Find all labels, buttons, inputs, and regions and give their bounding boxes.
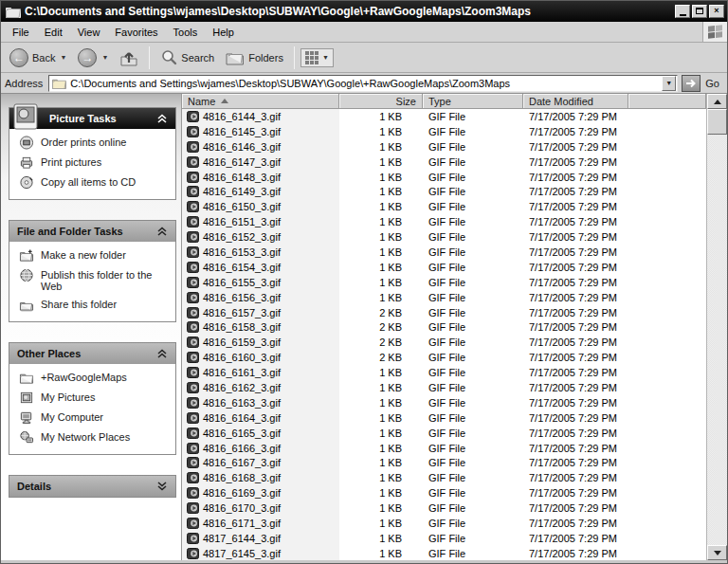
task-pane: Picture Tasks Order prints online Print … bbox=[1, 94, 182, 560]
file-row-blank bbox=[628, 441, 706, 456]
file-date-modified: 7/17/2005 7:29 PM bbox=[523, 410, 628, 426]
place-rawgooglemaps[interactable]: +RawGoogleMaps bbox=[19, 372, 170, 385]
other-places-header[interactable]: Other Places bbox=[9, 343, 175, 364]
task-share-folder[interactable]: Share this folder bbox=[19, 299, 170, 312]
place-my-network-places[interactable]: My Network Places bbox=[19, 431, 170, 445]
file-row[interactable]: 4816_6155_3.gif 1 KB GIF File 7/17/2005 … bbox=[182, 275, 706, 290]
up-button[interactable] bbox=[115, 46, 143, 69]
file-row[interactable]: 4816_6168_3.gif 1 KB GIF File 7/17/2005 … bbox=[182, 470, 706, 485]
vertical-scrollbar[interactable] bbox=[706, 94, 727, 560]
file-name: 4816_6144_3.gif bbox=[203, 111, 281, 122]
scroll-down-button[interactable] bbox=[707, 545, 727, 560]
file-row[interactable]: 4817_6144_3.gif 1 KB GIF File 7/17/2005 … bbox=[182, 531, 706, 546]
scrollbar-thumb[interactable] bbox=[707, 109, 727, 135]
minimize-button[interactable] bbox=[675, 5, 690, 18]
chevron-up-icon[interactable] bbox=[156, 349, 168, 358]
file-row[interactable]: 4816_6148_3.gif 1 KB GIF File 7/17/2005 … bbox=[182, 170, 706, 185]
other-places-title: Other Places bbox=[17, 348, 81, 359]
file-row[interactable]: 4816_6150_3.gif 1 KB GIF File 7/17/2005 … bbox=[182, 199, 706, 214]
file-row[interactable]: 4816_6144_3.gif 1 KB GIF File 7/17/2005 … bbox=[182, 109, 706, 124]
file-type: GIF File bbox=[423, 485, 523, 500]
file-size: 2 KB bbox=[339, 335, 423, 350]
folder-icon bbox=[19, 371, 34, 385]
column-header-date-modified[interactable]: Date Modified bbox=[523, 94, 628, 109]
file-row[interactable]: 4816_6146_3.gif 1 KB GIF File 7/17/2005 … bbox=[182, 139, 706, 155]
forward-button[interactable]: → ▼ bbox=[73, 46, 113, 69]
file-row-blank bbox=[628, 470, 706, 485]
file-row[interactable]: 4816_6164_3.gif 1 KB GIF File 7/17/2005 … bbox=[182, 410, 706, 426]
back-button[interactable]: ← Back ▼ bbox=[5, 46, 71, 69]
file-row[interactable]: 4816_6154_3.gif 1 KB GIF File 7/17/2005 … bbox=[182, 260, 706, 275]
chevron-up-icon[interactable] bbox=[156, 227, 168, 236]
folders-button[interactable]: Folders bbox=[221, 48, 288, 67]
file-row[interactable]: 4817_6145_3.gif 1 KB GIF File 7/17/2005 … bbox=[182, 546, 706, 560]
views-button[interactable]: ▼ bbox=[300, 48, 334, 67]
file-row[interactable]: 4816_6165_3.gif 1 KB GIF File 7/17/2005 … bbox=[182, 426, 706, 441]
file-row[interactable]: 4816_6156_3.gif 1 KB GIF File 7/17/2005 … bbox=[182, 290, 706, 305]
file-type: GIF File bbox=[423, 275, 523, 290]
column-header-type[interactable]: Type bbox=[423, 94, 523, 109]
column-header-size[interactable]: Size bbox=[339, 94, 423, 109]
task-order-prints[interactable]: Order prints online bbox=[19, 136, 170, 150]
close-button[interactable]: × bbox=[709, 5, 724, 18]
file-row-blank bbox=[628, 455, 706, 470]
file-row[interactable]: 4816_6149_3.gif 1 KB GIF File 7/17/2005 … bbox=[182, 184, 706, 199]
file-row[interactable]: 4816_6153_3.gif 1 KB GIF File 7/17/2005 … bbox=[182, 245, 706, 260]
details-header[interactable]: Details bbox=[9, 476, 175, 497]
task-make-new-folder[interactable]: Make a new folder bbox=[19, 249, 170, 263]
file-row[interactable]: 4816_6162_3.gif 1 KB GIF File 7/17/2005 … bbox=[182, 380, 706, 395]
file-row[interactable]: 4816_6158_3.gif 2 KB GIF File 7/17/2005 … bbox=[182, 319, 706, 335]
file-row[interactable]: 4816_6163_3.gif 1 KB GIF File 7/17/2005 … bbox=[182, 395, 706, 410]
file-row[interactable]: 4816_6152_3.gif 1 KB GIF File 7/17/2005 … bbox=[182, 229, 706, 245]
file-row[interactable]: 4816_6159_3.gif 2 KB GIF File 7/17/2005 … bbox=[182, 335, 706, 350]
gif-file-icon bbox=[187, 307, 199, 318]
file-type: GIF File bbox=[423, 531, 523, 546]
address-input[interactable]: C:\Documents and Settings\wjames\Desktop… bbox=[48, 75, 678, 92]
details-title: Details bbox=[17, 481, 51, 492]
back-dropdown-icon[interactable]: ▼ bbox=[60, 54, 66, 61]
file-type: GIF File bbox=[423, 365, 523, 380]
place-label: +RawGoogleMaps bbox=[41, 372, 127, 383]
file-row[interactable]: 4816_6171_3.gif 1 KB GIF File 7/17/2005 … bbox=[182, 516, 706, 531]
file-row[interactable]: 4816_6147_3.gif 1 KB GIF File 7/17/2005 … bbox=[182, 155, 706, 170]
menu-help[interactable]: Help bbox=[205, 24, 242, 41]
scrollbar-track[interactable] bbox=[707, 135, 727, 545]
file-date-modified: 7/17/2005 7:29 PM bbox=[523, 485, 628, 500]
file-row[interactable]: 4816_6160_3.gif 2 KB GIF File 7/17/2005 … bbox=[182, 350, 706, 365]
chevron-down-icon[interactable] bbox=[156, 482, 168, 491]
file-row[interactable]: 4816_6161_3.gif 1 KB GIF File 7/17/2005 … bbox=[182, 365, 706, 380]
task-print-pictures[interactable]: Print pictures bbox=[19, 156, 170, 170]
menu-edit[interactable]: Edit bbox=[37, 24, 70, 41]
file-row[interactable]: 4816_6157_3.gif 2 KB GIF File 7/17/2005 … bbox=[182, 305, 706, 320]
task-publish-to-web[interactable]: Publish this folder to the Web bbox=[19, 269, 170, 292]
file-row[interactable]: 4816_6169_3.gif 1 KB GIF File 7/17/2005 … bbox=[182, 485, 706, 500]
menu-view[interactable]: View bbox=[70, 24, 108, 41]
file-row[interactable]: 4816_6170_3.gif 1 KB GIF File 7/17/2005 … bbox=[182, 500, 706, 516]
menu-tools[interactable]: Tools bbox=[166, 24, 206, 41]
scroll-up-button[interactable] bbox=[707, 94, 727, 109]
file-size: 1 KB bbox=[339, 470, 423, 485]
go-label[interactable]: Go bbox=[704, 78, 723, 89]
task-copy-to-cd[interactable]: Copy all items to CD bbox=[19, 176, 170, 190]
address-dropdown-icon[interactable]: ▼ bbox=[662, 76, 676, 91]
chevron-up-icon[interactable] bbox=[156, 114, 168, 123]
place-my-pictures[interactable]: My Pictures bbox=[19, 391, 170, 405]
views-dropdown-icon[interactable]: ▼ bbox=[322, 54, 329, 61]
column-header-name[interactable]: Name bbox=[182, 94, 339, 109]
file-row[interactable]: 4816_6166_3.gif 1 KB GIF File 7/17/2005 … bbox=[182, 441, 706, 456]
forward-dropdown-icon[interactable]: ▼ bbox=[101, 54, 108, 61]
search-button[interactable]: Search bbox=[155, 47, 219, 68]
gif-file-icon bbox=[187, 216, 199, 227]
menu-favorites[interactable]: Favorites bbox=[107, 24, 165, 41]
title-bar[interactable]: C:\Documents and Settings\wjames\Desktop… bbox=[1, 1, 727, 22]
menu-file[interactable]: File bbox=[5, 24, 37, 41]
file-row[interactable]: 4816_6145_3.gif 1 KB GIF File 7/17/2005 … bbox=[182, 124, 706, 139]
maximize-button[interactable] bbox=[692, 5, 707, 18]
file-row[interactable]: 4816_6151_3.gif 1 KB GIF File 7/17/2005 … bbox=[182, 214, 706, 229]
gif-file-icon bbox=[187, 172, 199, 183]
file-date-modified: 7/17/2005 7:29 PM bbox=[523, 290, 628, 305]
place-my-computer[interactable]: My Computer bbox=[19, 411, 170, 425]
go-button[interactable] bbox=[682, 75, 701, 92]
file-folder-tasks-header[interactable]: File and Folder Tasks bbox=[9, 221, 175, 242]
file-row[interactable]: 4816_6167_3.gif 1 KB GIF File 7/17/2005 … bbox=[182, 455, 706, 470]
